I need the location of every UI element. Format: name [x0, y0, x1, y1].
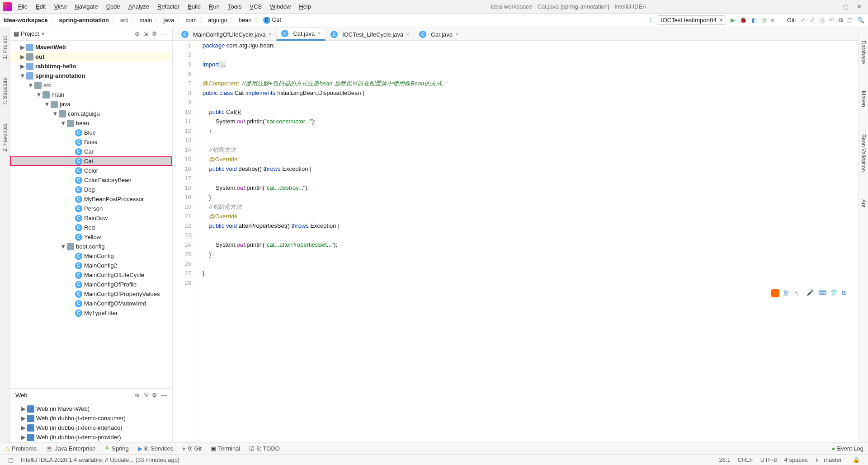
search-everywhere-icon[interactable]: 🔍	[857, 17, 864, 23]
ide-search-icon[interactable]: ⧉	[839, 17, 843, 24]
maximize-icon[interactable]: ▢	[843, 3, 849, 10]
settings-icon[interactable]: ⚙	[152, 30, 157, 37]
tree-item-cat[interactable]: CCat	[10, 156, 172, 166]
project-view-chevron-icon[interactable]: ▾	[42, 30, 45, 37]
breadcrumb-item[interactable]: java	[164, 17, 175, 23]
tool-maven[interactable]: Maven	[860, 91, 867, 107]
tree-item-car[interactable]: CCar	[10, 147, 172, 156]
tab-car-java[interactable]: CCar.java×	[414, 28, 463, 40]
menu-help[interactable]: Help	[295, 1, 315, 12]
event-log-tab[interactable]: ●Event Log	[832, 445, 863, 452]
breadcrumb-item[interactable]: main	[139, 17, 152, 23]
menu-navigate[interactable]: Navigate	[71, 1, 101, 12]
menu-build[interactable]: Build	[184, 1, 204, 12]
breadcrumb-item[interactable]: bean	[239, 17, 252, 23]
tool-ant[interactable]: Ant	[860, 199, 867, 207]
ime-voice-icon[interactable]: 🎤	[807, 289, 815, 297]
collapse-icon[interactable]: ⇲	[143, 30, 148, 37]
tree-item-dog[interactable]: CDog	[10, 185, 172, 194]
tree-item-mybeanpostprocessor[interactable]: CMyBeanPostProcessor	[10, 194, 172, 204]
spring-tab[interactable]: ⚘Spring	[104, 445, 129, 452]
tree-item-mainconfig[interactable]: CMainConfig	[10, 251, 172, 261]
file-encoding[interactable]: UTF-8	[760, 456, 777, 463]
todo-tab[interactable]: ☑6: TODO	[249, 445, 280, 452]
build-icon[interactable]: ⤴	[649, 17, 652, 23]
menu-code[interactable]: Code	[103, 1, 124, 12]
tree-item-rainbow[interactable]: CRainBow	[10, 213, 172, 223]
tree-item-src[interactable]: ▼src	[10, 80, 172, 90]
close-tab-icon[interactable]: ×	[455, 31, 458, 38]
terminal-tab[interactable]: ▣Terminal	[211, 445, 240, 452]
tree-item-spring-annotation[interactable]: ▼spring-annotation	[10, 71, 172, 80]
menu-view[interactable]: View	[50, 1, 70, 12]
git-commit-icon[interactable]: ✓	[810, 17, 815, 23]
tree-item-java[interactable]: ▼java	[10, 99, 172, 109]
java-enterprise-tab[interactable]: ☕Java Enterprise	[46, 445, 95, 452]
code-area[interactable]: 1236789101112131415161718192021222324252…	[173, 41, 858, 442]
tree-item-mainconfig2[interactable]: CMainConfig2	[10, 261, 172, 270]
close-icon[interactable]: ✕	[857, 3, 862, 10]
web-settings-icon[interactable]: ⚙	[152, 392, 157, 399]
breadcrumb-item[interactable]: src	[120, 17, 128, 23]
menu-analyze[interactable]: Analyze	[125, 1, 153, 12]
web-locate-icon[interactable]: ⊕	[135, 392, 140, 399]
git-tab[interactable]: ⍿9: Git	[182, 445, 202, 452]
git-history-icon[interactable]: ◷	[820, 17, 825, 23]
breadcrumb-item[interactable]: atguigu	[208, 17, 227, 23]
minimize-icon[interactable]: ―	[829, 3, 835, 10]
tree-item-blue[interactable]: CBlue	[10, 128, 172, 137]
tree-item-mainconfigofprofile[interactable]: CMainConfigOfProfile	[10, 280, 172, 289]
web-collapse-icon[interactable]: ⇲	[143, 392, 148, 399]
tree-item-com-atguigu[interactable]: ▼com.atguigu	[10, 109, 172, 118]
tool-database[interactable]: Database	[860, 41, 867, 64]
tree-item-main[interactable]: ▼main	[10, 90, 172, 99]
tree-item-person[interactable]: CPerson	[10, 204, 172, 213]
tree-item-colorfactorybean[interactable]: CColorFactoryBean	[10, 175, 172, 185]
locate-icon[interactable]: ⊕	[135, 30, 140, 37]
menu-window[interactable]: Window	[266, 1, 294, 12]
close-tab-icon[interactable]: ×	[406, 31, 409, 38]
ime-lang-icon[interactable]: 英	[783, 289, 791, 297]
close-tab-icon[interactable]: ×	[317, 30, 321, 37]
project-tree[interactable]: ▶MavenWeb▶out▶rabbitmq-hello▼spring-anno…	[10, 41, 172, 388]
menu-edit[interactable]: Edit	[32, 1, 49, 12]
tree-item-color[interactable]: CColor	[10, 166, 172, 175]
menu-vcs[interactable]: VCS	[246, 1, 265, 12]
menu-refactor[interactable]: Refactor	[154, 1, 183, 12]
tab-mainconfigoflifecycle-java[interactable]: CMainConfigOfLifeCycle.java×	[176, 28, 276, 40]
tree-item-mytypefilter[interactable]: CMyTypeFilter	[10, 308, 172, 318]
lock-icon[interactable]: 🔒	[853, 456, 860, 463]
breadcrumb-item[interactable]: idea-workspace	[4, 17, 48, 23]
run-config-combo[interactable]: IOCTest.testImport04	[657, 15, 726, 25]
web-hide-icon[interactable]: ―	[161, 392, 167, 399]
web-item[interactable]: ▶Web (in dubbo-jt-demo-interface)	[10, 423, 172, 432]
tool-structure[interactable]: 7: Structure	[2, 77, 8, 105]
web-item[interactable]: ▶Web (in dubbo-jt-demo-consumer)	[10, 413, 172, 423]
tree-item-out[interactable]: ▶out	[10, 52, 172, 61]
ime-tools-icon[interactable]: ⊞	[842, 289, 850, 297]
ime-punct-icon[interactable]: •,	[795, 289, 803, 297]
indent-setting[interactable]: 4 spaces	[784, 456, 808, 463]
tree-item-boot-config[interactable]: ▼boot.config	[10, 242, 172, 251]
ime-skin-icon[interactable]: 👕	[830, 289, 838, 297]
hide-panel-icon[interactable]: ―	[161, 30, 167, 37]
tab-cat-java[interactable]: CCat.java×	[276, 27, 326, 41]
tab-ioctest-lifecycle-java[interactable]: CIOCTest_LifeCycle.java×	[326, 28, 414, 40]
tree-item-mainconfigofpropertyvalues[interactable]: CMainConfigOfPropertyValues	[10, 289, 172, 299]
tree-item-rabbitmq-hello[interactable]: ▶rabbitmq-hello	[10, 61, 172, 71]
line-separator[interactable]: CRLF	[738, 456, 753, 463]
tool-project[interactable]: 1: Project	[2, 36, 8, 59]
breadcrumb-class[interactable]: CCat	[263, 16, 281, 24]
tree-item-red[interactable]: CRed	[10, 223, 172, 232]
web-item[interactable]: ▶Web (in dubbo-jt-demo-provider)	[10, 432, 172, 442]
web-item[interactable]: ▶Web (in MavenWeb)	[10, 404, 172, 413]
tool-beanvalidation[interactable]: Bean Validation	[860, 134, 867, 172]
breadcrumb-item[interactable]: spring-annotation	[59, 17, 109, 23]
code-content[interactable]: package com.atguigu.bean; import ... @Co…	[197, 41, 858, 442]
tree-item-boss[interactable]: CBoss	[10, 137, 172, 147]
git-rollback-icon[interactable]: ↶	[829, 17, 834, 23]
menu-file[interactable]: File	[14, 1, 31, 12]
sogou-icon[interactable]	[771, 289, 779, 297]
tool-favorites[interactable]: 2: Favorites	[2, 123, 8, 152]
tree-item-yellow[interactable]: CYellow	[10, 232, 172, 242]
